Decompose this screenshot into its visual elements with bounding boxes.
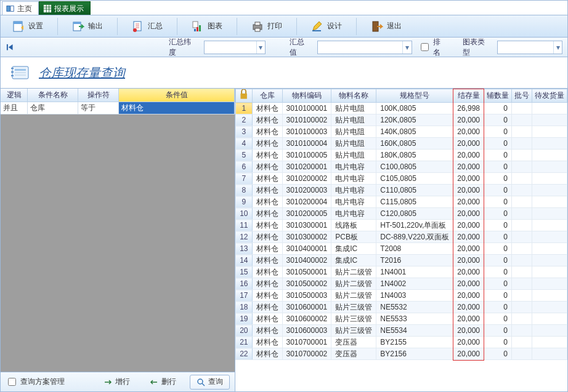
cell-warehouse[interactable]: 材料仓 — [252, 255, 282, 266]
cell-warehouse[interactable]: 材料仓 — [252, 243, 282, 255]
row-number[interactable]: 14 — [236, 255, 252, 266]
cell-pending[interactable] — [532, 290, 567, 302]
cell-batch[interactable] — [512, 161, 532, 173]
cell-stock[interactable]: 20,000 — [453, 138, 484, 150]
col-batch[interactable]: 批号 — [512, 89, 532, 103]
cell-pending[interactable] — [532, 266, 567, 278]
table-row[interactable]: 11材料仓3010300001线路板HT-501,220v,单面板20,0000 — [236, 220, 567, 231]
cell-pending[interactable] — [532, 185, 567, 196]
cell-matname[interactable]: 变压器 — [331, 337, 376, 348]
settings-button[interactable]: 设置 — [6, 18, 50, 35]
cell-matcode[interactable]: 3010100005 — [282, 150, 331, 161]
cell-spec[interactable]: C105,0805 — [376, 173, 453, 185]
cell-warehouse[interactable]: 材料仓 — [252, 220, 282, 231]
col-value[interactable]: 条件值 — [119, 89, 235, 102]
cell-matname[interactable]: 贴片二级管 — [331, 266, 376, 278]
cell-stock[interactable]: 26,998 — [453, 103, 484, 114]
cell-stock[interactable]: 20,000 — [453, 208, 484, 220]
dim-input[interactable] — [205, 41, 256, 54]
row-number[interactable]: 6 — [236, 161, 252, 173]
col-cond-name[interactable]: 条件名称 — [28, 89, 78, 102]
cell-matcode[interactable]: 3010600002 — [282, 313, 331, 325]
cell-aux[interactable]: 0 — [484, 138, 512, 150]
col-stock[interactable]: 结存量 — [453, 89, 484, 103]
cell-matcode[interactable]: 3010500003 — [282, 290, 331, 302]
table-row[interactable]: 10材料仓3010200005电片电容C120,080520,0000 — [236, 208, 567, 220]
cell-stock[interactable]: 20,000 — [453, 255, 484, 266]
cell-spec[interactable]: T2008 — [376, 243, 453, 255]
cell-spec[interactable]: 120K,0805 — [376, 114, 453, 126]
row-number[interactable]: 2 — [236, 114, 252, 126]
rank-checkbox-input[interactable] — [421, 43, 429, 51]
cell-matname[interactable]: 电片电容 — [331, 208, 376, 220]
cell-warehouse[interactable]: 材料仓 — [252, 138, 282, 150]
table-row[interactable]: 8材料仓3010200003电片电容C110,080520,0000 — [236, 185, 567, 196]
col-matname[interactable]: 物料名称 — [331, 89, 376, 103]
cell-spec[interactable]: 1N4003 — [376, 290, 453, 302]
table-row[interactable]: 4材料仓3010100004贴片电阻160K,080520,0000 — [236, 138, 567, 150]
table-row[interactable]: 9材料仓3010200004电片电容C115,080520,0000 — [236, 196, 567, 208]
cell-matcode[interactable]: 3010100002 — [282, 114, 331, 126]
cell-aux[interactable]: 0 — [484, 150, 512, 161]
cell-matname[interactable]: 电片电容 — [331, 173, 376, 185]
cell-aux[interactable]: 0 — [484, 185, 512, 196]
chevron-down-icon[interactable]: ▾ — [553, 41, 562, 54]
cell-matcode[interactable]: 3010300001 — [282, 220, 331, 231]
cell-matcode[interactable]: 3010300002 — [282, 231, 331, 243]
table-row[interactable]: 13材料仓3010400001集成ICT200820,0000 — [236, 243, 567, 255]
cell-pending[interactable] — [532, 103, 567, 114]
cell-warehouse[interactable]: 材料仓 — [252, 325, 282, 337]
cell-aux[interactable]: 0 — [484, 266, 512, 278]
cell-aux[interactable]: 0 — [484, 255, 512, 266]
cell-aux[interactable]: 0 — [484, 220, 512, 231]
table-row[interactable]: 16材料仓3010500002贴片二级管1N400220,0000 — [236, 278, 567, 290]
cell-pending[interactable] — [532, 126, 567, 138]
cell-pending[interactable] — [532, 337, 567, 348]
cell-pending[interactable] — [532, 150, 567, 161]
cell-stock[interactable]: 20,000 — [453, 337, 484, 348]
cell-aux[interactable]: 0 — [484, 313, 512, 325]
tab-main[interactable]: 主页 — [2, 1, 39, 15]
cell-matcode[interactable]: 3010200004 — [282, 196, 331, 208]
cell-spec[interactable]: BY2155 — [376, 337, 453, 348]
cell-batch[interactable] — [512, 114, 532, 126]
cell-spec[interactable]: C115,0805 — [376, 196, 453, 208]
cell-matcode[interactable]: 3010500001 — [282, 266, 331, 278]
cell-matcode[interactable]: 3010100004 — [282, 138, 331, 150]
del-row-button[interactable]: 删行 — [144, 375, 182, 390]
table-row[interactable]: 18材料仓3010600001贴片三级管NE553220,0000 — [236, 302, 567, 313]
cell-batch[interactable] — [512, 278, 532, 290]
cell-batch[interactable] — [512, 337, 532, 348]
table-row[interactable]: 1材料仓3010100001贴片电阻100K,080526,9980 — [236, 103, 567, 114]
row-number[interactable]: 12 — [236, 231, 252, 243]
cell-matname[interactable]: 贴片电阻 — [331, 114, 376, 126]
cell-matname[interactable]: 贴片三级管 — [331, 325, 376, 337]
cell-warehouse[interactable]: 材料仓 — [252, 185, 282, 196]
cell-batch[interactable] — [512, 150, 532, 161]
col-pending[interactable]: 待发货量 — [532, 89, 567, 103]
cell-matname[interactable]: 电片电容 — [331, 185, 376, 196]
cell-spec[interactable]: NE5533 — [376, 313, 453, 325]
cell-batch[interactable] — [512, 103, 532, 114]
cell-batch[interactable] — [512, 231, 532, 243]
col-warehouse[interactable]: 仓库 — [252, 89, 282, 103]
cell-stock[interactable]: 20,000 — [453, 243, 484, 255]
cell-matcode[interactable]: 3010200002 — [282, 173, 331, 185]
cell-aux[interactable]: 0 — [484, 196, 512, 208]
cell-warehouse[interactable]: 材料仓 — [252, 302, 282, 313]
cell-matname[interactable]: 贴片电阻 — [331, 150, 376, 161]
col-aux[interactable]: 辅数量 — [484, 89, 512, 103]
cell-matcode[interactable]: 3010400002 — [282, 255, 331, 266]
cell-batch[interactable] — [512, 266, 532, 278]
cell-spec[interactable]: DC-889,V220,双面板 — [376, 231, 453, 243]
cell-pending[interactable] — [532, 313, 567, 325]
cell-stock[interactable]: 20,000 — [453, 126, 484, 138]
cell-matname[interactable]: 电片电容 — [331, 161, 376, 173]
cell-warehouse[interactable]: 材料仓 — [252, 266, 282, 278]
chart-type-combo[interactable]: ▾ — [497, 41, 562, 54]
cell-matcode[interactable]: 3010600001 — [282, 302, 331, 313]
cell-matname[interactable]: 贴片电阻 — [331, 103, 376, 114]
cell-matcode[interactable]: 3010500002 — [282, 278, 331, 290]
data-grid[interactable]: 仓库 物料编码 物料名称 规格型号 结存量 辅数量 批号 待发货量 1材料仓30… — [235, 89, 567, 360]
cell-warehouse[interactable]: 材料仓 — [252, 278, 282, 290]
